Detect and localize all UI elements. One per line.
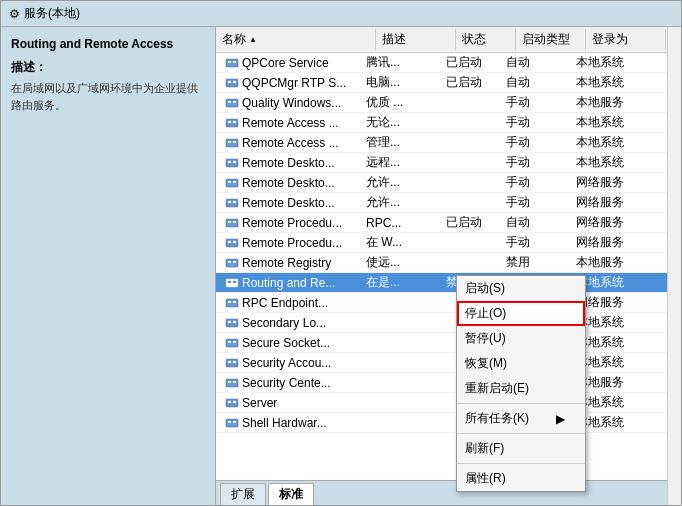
cell-desc: 使远... [360,253,440,272]
svg-rect-3 [226,79,238,87]
title-bar: ⚙ 服务(本地) [1,1,681,27]
col-header-startup[interactable]: 启动类型 [516,29,586,50]
cell-status [440,102,500,104]
context-menu-label: 启动(S) [465,280,505,297]
table-row[interactable]: Remote Deskto...远程...手动本地系统 [216,153,667,173]
context-menu-label: 所有任务(K) [465,410,529,427]
cell-desc: 腾讯... [360,53,440,72]
scrollbar[interactable] [667,27,681,505]
cell-name: Remote Access ... [216,134,360,152]
svg-rect-46 [228,361,231,363]
cell-startup: 手动 [500,133,570,152]
cell-startup: 自动 [500,53,570,72]
table-row[interactable]: Secure Socket...本地系统 [216,333,667,353]
table-row[interactable]: Routing and Re...在是...禁用本地系统 [216,273,667,293]
table-row[interactable]: Remote Access ...无论...手动本地系统 [216,113,667,133]
context-menu-label: 重新启动(E) [465,380,529,397]
svg-rect-9 [226,119,238,127]
cell-status: 已启动 [440,213,500,232]
context-menu-item[interactable]: 启动(S) [457,276,585,301]
cell-startup: 自动 [500,213,570,232]
context-menu-item[interactable]: 属性(R) [457,466,585,491]
svg-rect-17 [233,161,236,163]
svg-rect-0 [226,59,238,67]
svg-rect-52 [228,401,231,403]
cell-startup: 自动 [500,73,570,92]
svg-rect-22 [228,201,231,203]
service-icon [224,395,240,411]
cell-name: Security Cente... [216,374,360,392]
svg-rect-4 [228,81,231,83]
col-header-name[interactable]: 名称 ▲ [216,29,376,50]
service-icon [224,95,240,111]
cell-login: 本地系统 [570,53,650,72]
cell-desc: 在是... [360,273,440,292]
service-icon [224,175,240,191]
svg-rect-53 [233,401,236,403]
cell-login: 本地系统 [570,133,650,152]
tab[interactable]: 标准 [268,483,314,505]
main-container: ⚙ 服务(本地) Routing and Remote Access 描述： 在… [0,0,682,506]
cell-desc: 电脑... [360,73,440,92]
cell-status [440,122,500,124]
context-menu-item[interactable]: 刷新(F) [457,436,585,461]
cell-startup: 手动 [500,113,570,132]
svg-rect-33 [226,279,238,287]
cell-desc [360,402,440,404]
cell-login: 网络服务 [570,193,650,212]
table-row[interactable]: RPC Endpoint...网络服务 [216,293,667,313]
cell-desc [360,322,440,324]
context-menu-separator [457,463,585,464]
table-row[interactable]: Secondary Lo...本地系统 [216,313,667,333]
table-body[interactable]: QPCore Service腾讯...已启动自动本地系统 QQPCMgr RTP… [216,53,667,480]
cell-desc [360,342,440,344]
tab[interactable]: 扩展 [220,483,266,505]
context-menu-item[interactable]: 重新启动(E) [457,376,585,401]
sort-arrow-icon: ▲ [249,35,257,44]
cell-desc: 允许... [360,173,440,192]
cell-startup: 禁用 [500,253,570,272]
cell-login: 网络服务 [570,173,650,192]
cell-desc [360,422,440,424]
svg-rect-55 [228,421,231,423]
right-panel: 名称 ▲ 描述 状态 启动类型 登录为 QPCore Service腾讯...已… [216,27,667,505]
svg-rect-35 [233,281,236,283]
cell-name: QPCore Service [216,54,360,72]
service-icon [224,355,240,371]
svg-rect-12 [226,139,238,147]
table-row[interactable]: Quality Windows...优质 ...手动本地服务 [216,93,667,113]
svg-rect-37 [228,301,231,303]
svg-rect-16 [228,161,231,163]
svg-rect-50 [233,381,236,383]
cell-name: Remote Procedu... [216,234,360,252]
cell-login: 本地系统 [570,73,650,92]
context-menu-item[interactable]: 所有任务(K)▶ [457,406,585,431]
table-row[interactable]: Server本地系统 [216,393,667,413]
cell-name: Quality Windows... [216,94,360,112]
table-row[interactable]: Remote Procedu...在 W...手动网络服务 [216,233,667,253]
svg-rect-11 [233,121,236,123]
cell-startup: 手动 [500,153,570,172]
table-row[interactable]: Remote Access ...管理...手动本地系统 [216,133,667,153]
panel-desc: 在局域网以及广域网环境中为企业提供路由服务。 [11,80,205,113]
table-row[interactable]: Remote Procedu...RPC...已启动自动网络服务 [216,213,667,233]
svg-rect-20 [233,181,236,183]
table-row[interactable]: Remote Deskto...允许...手动网络服务 [216,193,667,213]
col-header-desc[interactable]: 描述 [376,29,456,50]
col-header-login[interactable]: 登录为 [586,29,666,50]
context-menu-item[interactable]: 暂停(U) [457,326,585,351]
cell-desc: 在 W... [360,233,440,252]
table-row[interactable]: Security Accou...本地系统 [216,353,667,373]
table-row[interactable]: Remote Deskto...允许...手动网络服务 [216,173,667,193]
table-row[interactable]: Security Cente...本地服务 [216,373,667,393]
context-menu-item[interactable]: 停止(O) [457,301,585,326]
service-icon [224,155,240,171]
service-icon [224,195,240,211]
table-row[interactable]: QPCore Service腾讯...已启动自动本地系统 [216,53,667,73]
table-row[interactable]: Shell Hardwar...本地系统 [216,413,667,433]
table-row[interactable]: QQPCMgr RTP S...电脑...已启动自动本地系统 [216,73,667,93]
context-menu-item[interactable]: 恢复(M) [457,351,585,376]
service-icon [224,255,240,271]
table-row[interactable]: Remote Registry使远...禁用本地服务 [216,253,667,273]
col-header-status[interactable]: 状态 [456,29,516,50]
